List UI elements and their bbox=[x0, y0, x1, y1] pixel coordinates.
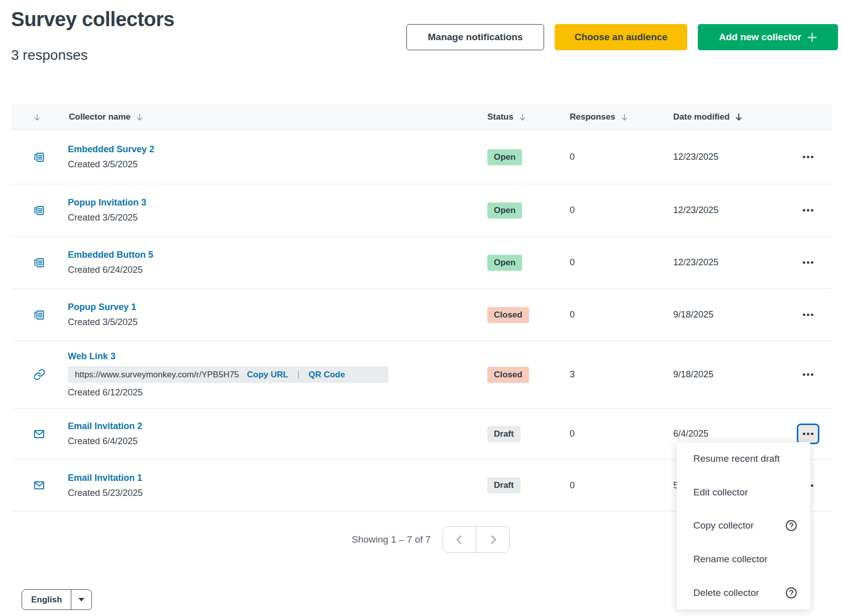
menu-item-label: Delete collector bbox=[693, 587, 759, 598]
toolbar: Manage notifications Choose an audience … bbox=[406, 24, 838, 50]
embedded-collector-icon bbox=[33, 257, 45, 269]
pagination-status: Showing 1 – 7 of 7 bbox=[352, 534, 431, 545]
collector-type-sort-header[interactable] bbox=[11, 113, 68, 121]
pagination: Showing 1 – 7 of 7 bbox=[352, 526, 510, 553]
date-modified: 9/18/2025 bbox=[663, 369, 784, 380]
created-date: Created 6/24/2025 bbox=[68, 265, 477, 275]
responses-count: 0 bbox=[558, 257, 663, 268]
table-row: Web Link 3 https://www.surveymonkey.com/… bbox=[11, 341, 832, 408]
add-collector-label: Add new collector bbox=[719, 32, 801, 43]
responses-count: 0 bbox=[558, 152, 663, 162]
date-modified: 12/23/2025 bbox=[663, 205, 784, 216]
web-link-collector-icon bbox=[33, 368, 46, 381]
email-collector-icon bbox=[33, 428, 45, 440]
response-count: 3 responses bbox=[11, 47, 88, 63]
date-modified: 9/18/2025 bbox=[663, 310, 784, 320]
add-new-collector-button[interactable]: Add new collector bbox=[698, 24, 838, 50]
collector-name-link[interactable]: Embedded Survey 2 bbox=[68, 144, 154, 155]
responses-count: 3 bbox=[558, 369, 663, 380]
table-row: Popup Invitation 3 Created 3/5/2025 Open… bbox=[11, 184, 832, 237]
sort-down-icon-active bbox=[734, 113, 743, 121]
row-actions-menu: Resume recent draft Edit collector Copy … bbox=[677, 442, 810, 609]
survey-collectors-page: Survey collectors 3 responses Manage not… bbox=[0, 0, 843, 616]
responses-count: 0 bbox=[558, 429, 663, 439]
table-header-row: Collector name Status Responses Date mod… bbox=[11, 104, 832, 130]
collector-name-link[interactable]: Web Link 3 bbox=[68, 351, 116, 362]
collector-name-link[interactable]: Embedded Button 5 bbox=[68, 250, 153, 260]
collector-name-link[interactable]: Popup Invitation 3 bbox=[68, 197, 146, 208]
sort-down-icon bbox=[33, 113, 41, 121]
responses-header[interactable]: Responses bbox=[558, 112, 663, 122]
collector-name-link[interactable]: Email Invitation 2 bbox=[68, 421, 142, 432]
created-date: Created 3/5/2025 bbox=[68, 159, 477, 170]
menu-item-resume-recent-draft[interactable]: Resume recent draft bbox=[677, 442, 810, 476]
language-label: English bbox=[22, 590, 71, 609]
caret-down-icon bbox=[71, 590, 91, 609]
collector-name-header[interactable]: Collector name bbox=[68, 112, 477, 122]
status-badge: Open bbox=[487, 255, 522, 271]
collector-name-header-label: Collector name bbox=[69, 112, 131, 122]
sort-down-icon bbox=[620, 113, 628, 121]
row-actions-button[interactable] bbox=[797, 147, 819, 167]
web-link-url-bar: https://www.surveymonkey.com/r/YPB5H75 C… bbox=[68, 366, 388, 383]
menu-item-copy-collector[interactable]: Copy collector bbox=[677, 509, 810, 543]
copy-url-button[interactable]: Copy URL bbox=[247, 370, 288, 380]
status-header-label: Status bbox=[487, 112, 513, 122]
sort-down-icon bbox=[136, 113, 144, 121]
status-header[interactable]: Status bbox=[477, 112, 558, 122]
responses-count: 0 bbox=[558, 310, 663, 320]
date-modified-header[interactable]: Date modified bbox=[663, 112, 784, 122]
row-actions-button-active[interactable] bbox=[797, 424, 819, 444]
created-date: Created 6/4/2025 bbox=[68, 436, 477, 447]
plus-icon bbox=[807, 33, 817, 42]
table-row: Popup Survey 1 Created 3/5/2025 Closed 0… bbox=[11, 289, 832, 341]
status-badge: Closed bbox=[487, 307, 529, 323]
menu-item-label: Resume recent draft bbox=[693, 453, 780, 464]
created-date: Created 3/5/2025 bbox=[68, 317, 477, 328]
date-modified: 6/4/2025 bbox=[663, 429, 784, 439]
embedded-collector-icon bbox=[33, 309, 45, 321]
sort-down-icon bbox=[518, 113, 526, 121]
menu-item-edit-collector[interactable]: Edit collector bbox=[677, 476, 810, 509]
responses-header-label: Responses bbox=[570, 112, 615, 122]
row-actions-button[interactable] bbox=[797, 200, 819, 221]
row-actions-button[interactable] bbox=[797, 252, 819, 273]
collector-name-link[interactable]: Popup Survey 1 bbox=[68, 302, 136, 313]
collector-name-link[interactable]: Email Invitation 1 bbox=[68, 473, 142, 483]
menu-item-rename-collector[interactable]: Rename collector bbox=[677, 543, 810, 576]
date-modified-header-label: Date modified bbox=[673, 112, 729, 122]
row-actions-button[interactable] bbox=[797, 364, 819, 385]
page-title: Survey collectors bbox=[11, 8, 174, 31]
menu-item-delete-collector[interactable]: Delete collector bbox=[677, 576, 810, 609]
table-row: Embedded Button 5 Created 6/24/2025 Open… bbox=[11, 237, 832, 289]
manage-notifications-button[interactable]: Manage notifications bbox=[406, 24, 544, 50]
status-badge: Draft bbox=[487, 426, 520, 442]
row-actions-button[interactable] bbox=[797, 304, 819, 325]
choose-audience-button[interactable]: Choose an audience bbox=[555, 24, 687, 50]
menu-item-label: Edit collector bbox=[693, 487, 748, 498]
qr-code-button[interactable]: QR Code bbox=[308, 370, 345, 380]
date-modified: 12/23/2025 bbox=[663, 152, 784, 162]
language-selector[interactable]: English bbox=[22, 589, 92, 610]
pagination-buttons bbox=[443, 526, 510, 553]
created-date: Created 6/12/2025 bbox=[68, 387, 477, 398]
previous-page-button[interactable] bbox=[443, 527, 476, 552]
next-page-button[interactable] bbox=[476, 527, 509, 552]
date-modified: 12/23/2025 bbox=[663, 257, 784, 268]
responses-count: 0 bbox=[558, 205, 663, 216]
menu-item-label: Copy collector bbox=[693, 520, 754, 531]
created-date: Created 3/5/2025 bbox=[68, 213, 477, 223]
table-row: Embedded Survey 2 Created 3/5/2025 Open … bbox=[11, 130, 832, 184]
status-badge: Open bbox=[487, 202, 522, 219]
status-badge: Draft bbox=[487, 477, 520, 493]
embedded-collector-icon bbox=[33, 151, 45, 163]
email-collector-icon bbox=[33, 479, 45, 491]
chevron-right-icon bbox=[487, 534, 499, 546]
help-icon[interactable] bbox=[785, 519, 798, 532]
status-badge: Closed bbox=[487, 367, 529, 383]
help-icon[interactable] bbox=[785, 586, 798, 599]
url-bar-divider: | bbox=[297, 370, 299, 379]
responses-count: 0 bbox=[558, 480, 663, 491]
menu-item-label: Rename collector bbox=[693, 554, 768, 565]
created-date: Created 5/23/2025 bbox=[68, 488, 477, 498]
